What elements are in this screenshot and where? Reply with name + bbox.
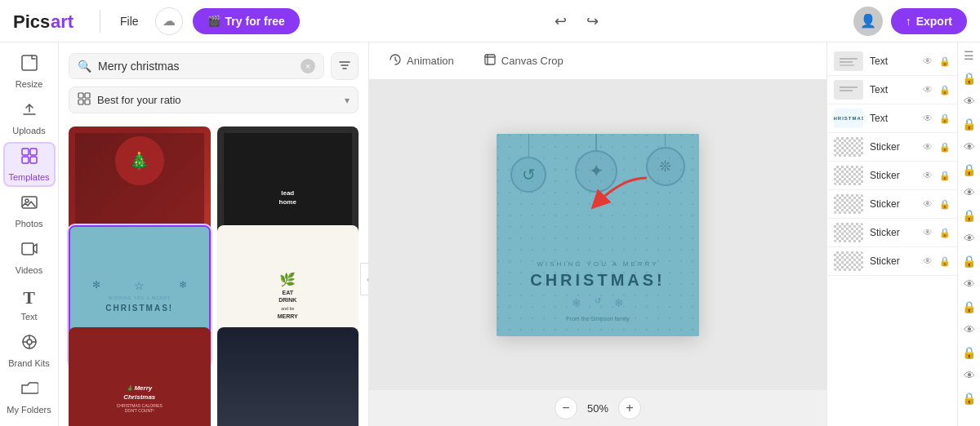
layer-lock-8[interactable]: 🔒 (939, 256, 951, 267)
edge-icon-lock-6[interactable]: 🔒 (962, 300, 976, 313)
edge-icon-eye-3[interactable]: 👁 (964, 186, 975, 199)
svg-rect-4 (30, 149, 37, 155)
layer-eye-5[interactable]: 👁 (923, 170, 933, 181)
ratio-dropdown[interactable]: Best for your ratio ▾ (69, 87, 359, 113)
layer-thumb-8 (834, 251, 863, 271)
sidebar-item-uploads[interactable]: Uploads (3, 95, 56, 140)
canvas-zoom: − 50% + (369, 390, 826, 426)
edge-icon-eye[interactable]: 👁 (964, 95, 975, 108)
cloud-icon: ☁ (163, 13, 176, 29)
snowflake-icon-3: ❄ (614, 296, 624, 309)
edge-icon-eye-5[interactable]: 👁 (964, 277, 975, 291)
sidebar-item-templates[interactable]: Templates (3, 142, 56, 187)
layer-item-3[interactable]: CHRISTMAS! Text 👁 🔒 (827, 104, 957, 133)
canvas-crop-label: Canvas Crop (501, 55, 564, 67)
animation-tool[interactable]: Animation (382, 50, 461, 72)
cloud-button[interactable]: ☁ (155, 7, 183, 35)
layer-lock-4[interactable]: 🔒 (939, 142, 951, 153)
sidebar-item-brand-kits[interactable]: Brand Kits (3, 328, 56, 373)
layer-lock-2[interactable]: 🔒 (939, 85, 951, 95)
undo-redo-group: ↩ ↪ (550, 9, 604, 33)
layer-item-6[interactable]: Sticker 👁 🔒 (827, 190, 957, 219)
avatar[interactable]: 👤 (853, 7, 883, 36)
layer-lock-3[interactable]: 🔒 (939, 113, 951, 124)
layer-item-5[interactable]: Sticker 👁 🔒 (827, 162, 957, 190)
sidebar-label-my-folders: My Folders (7, 405, 51, 415)
layer-eye-3[interactable]: 👁 (923, 113, 933, 124)
sidebar-item-text[interactable]: T Text (3, 282, 56, 326)
sidebar-item-resize[interactable]: Resize (3, 49, 56, 94)
svg-rect-16 (85, 93, 90, 98)
undo-button[interactable]: ↩ (550, 9, 572, 33)
wishing-text: WISHING YOU A MERRY (497, 260, 699, 268)
edge-icon-lock[interactable]: 🔒 (962, 72, 976, 85)
edge-icon-lock-4[interactable]: 🔒 (962, 209, 976, 222)
zoom-in-button[interactable]: + (618, 397, 641, 419)
svg-rect-6 (30, 157, 37, 163)
layer-eye-1[interactable]: 👁 (923, 55, 933, 67)
edge-icon-eye-4[interactable]: 👁 (964, 232, 975, 245)
edge-icon-lock-3[interactable]: 🔒 (962, 163, 976, 176)
layer-eye-4[interactable]: 👁 (923, 141, 933, 153)
layer-item-4[interactable]: Sticker 👁 🔒 (827, 133, 957, 162)
layer-eye-7[interactable]: 👁 (923, 227, 933, 238)
template-card-5[interactable]: 🎄 MerryChristmas CHRISTMAS CALORIESDON'T… (69, 327, 211, 426)
template-card-6[interactable]: Happy Holidays (217, 327, 359, 426)
layer-eye-8[interactable]: 👁 (923, 255, 933, 267)
sidebar-label-uploads: Uploads (12, 126, 45, 135)
layer-item-8[interactable]: Sticker 👁 🔒 (827, 247, 957, 276)
zoom-value: 50% (587, 402, 608, 415)
edge-icon-lock-5[interactable]: 🔒 (962, 255, 976, 268)
snowflake-icon-1: ❄ (572, 296, 581, 309)
zoom-out-button[interactable]: − (555, 397, 577, 419)
sidebar-item-videos[interactable]: Videos (3, 235, 56, 280)
sidebar-label-photos: Photos (15, 219, 42, 229)
topbar-right: 👤 Export (853, 7, 967, 36)
edge-icon-eye-6[interactable]: 👁 (964, 323, 975, 336)
layer-eye-6[interactable]: 👁 (923, 198, 933, 210)
svg-rect-5 (22, 157, 29, 163)
edge-icon-eye-7[interactable]: 👁 (964, 369, 975, 382)
layer-item-7[interactable]: Sticker 👁 🔒 (827, 219, 957, 247)
uploads-icon (20, 100, 38, 122)
edge-icon-lock-7[interactable]: 🔒 (962, 346, 976, 359)
sidebar-item-my-folders[interactable]: My Folders (3, 375, 56, 419)
layer-eye-2[interactable]: 👁 (923, 84, 933, 95)
clear-search-button[interactable]: × (301, 59, 315, 73)
layer-item-1[interactable]: Text 👁 🔒 (827, 47, 957, 76)
canvas-crop-tool[interactable]: Canvas Crop (477, 50, 570, 72)
edge-icon-1[interactable]: ☰ (964, 49, 974, 62)
topbar-center: ↩ ↪ (310, 9, 844, 33)
edge-icon-eye-2[interactable]: 👁 (964, 140, 975, 153)
layer-lock-6[interactable]: 🔒 (939, 199, 951, 210)
search-input[interactable] (98, 60, 294, 73)
redo-button[interactable]: ↪ (581, 9, 604, 33)
layers-panel: Text 👁 🔒 Text 👁 🔒 CHRISTMAS! Text 👁 (826, 42, 957, 426)
layer-lock-7[interactable]: 🔒 (939, 228, 951, 238)
search-box[interactable]: 🔍 × (69, 53, 324, 79)
from-text: From the Simpson family (497, 316, 699, 322)
layer-name-6: Sticker (870, 198, 916, 210)
layers-list: Text 👁 🔒 Text 👁 🔒 CHRISTMAS! Text 👁 (827, 42, 957, 426)
brand-kits-icon (20, 333, 38, 355)
edge-icon-lock-2[interactable]: 🔒 (962, 118, 976, 131)
layer-lock-5[interactable]: 🔒 (939, 171, 951, 181)
canvas-crop-icon (483, 53, 497, 69)
try-for-free-button[interactable]: Try for free (193, 8, 300, 34)
sidebar-label-videos: Videos (16, 265, 42, 275)
filter-button[interactable] (331, 52, 359, 80)
canvas-card[interactable]: ↺ ✦ ❊ (497, 134, 699, 336)
chevron-down-icon: ▾ (345, 95, 350, 106)
edge-icon-lock-8[interactable]: 🔒 (962, 392, 976, 405)
layer-lock-1[interactable]: 🔒 (939, 56, 951, 67)
export-button[interactable]: Export (891, 8, 967, 34)
svg-point-8 (25, 199, 29, 202)
sidebar-item-photos[interactable]: Photos (3, 189, 56, 233)
layer-thumb-6 (834, 194, 863, 214)
panel-collapse-button[interactable]: ‹ (360, 263, 369, 295)
layer-item-2[interactable]: Text 👁 🔒 (827, 76, 957, 104)
layer-name-3: Text (870, 113, 916, 124)
panel-search: 🔍 × (59, 42, 368, 120)
file-menu[interactable]: File (114, 11, 145, 31)
sidebar-label-resize: Resize (16, 79, 43, 89)
